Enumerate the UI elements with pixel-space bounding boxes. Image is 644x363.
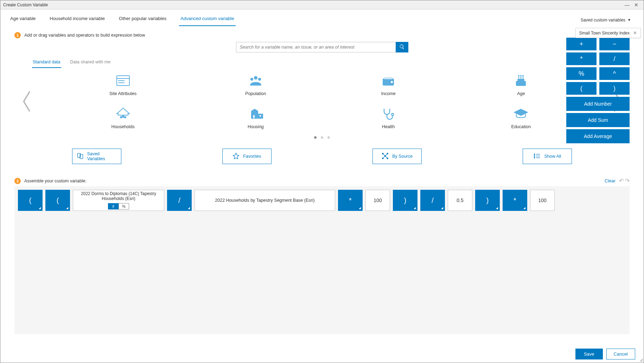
health-icon (380, 107, 397, 121)
svg-point-5 (250, 78, 253, 81)
svg-point-15 (518, 75, 519, 76)
tab-age-variable[interactable]: Age variable (9, 14, 37, 26)
expr-number-token[interactable]: 0.5 (448, 190, 472, 211)
minimize-icon[interactable]: — (623, 2, 632, 8)
svg-rect-22 (253, 115, 255, 118)
op-divide[interactable]: / (599, 52, 630, 65)
tab-row: Age variable Household income variable O… (0, 10, 644, 26)
step-1-text: Add or drag variables and operators to b… (24, 33, 145, 38)
operator-panel: + − * / % ^ ( ) Add Number Add Sum Add A… (566, 38, 630, 143)
step-2-text: Assemble your custom variable. (24, 179, 87, 183)
category-health[interactable]: Health (326, 107, 451, 129)
expr-variable-token[interactable]: 2022 Households by Tapestry Segment Base… (195, 190, 335, 211)
tab-other-popular[interactable]: Other popular variables (117, 14, 168, 26)
add-number-button[interactable]: Add Number (566, 97, 630, 111)
tab-advanced-custom[interactable]: Advanced custom variable (179, 14, 235, 26)
saved-variable-chip-label: Small Town Sincerity Index (579, 31, 630, 36)
category-education[interactable]: Education (458, 107, 584, 129)
expr-operator-token[interactable]: / (420, 190, 445, 211)
expr-variable-token[interactable]: 2022 Dorms to Diplomas (14C) Tapestry Ho… (73, 190, 164, 211)
op-rparen[interactable]: ) (599, 82, 630, 95)
expr-operator-token[interactable]: * (338, 190, 363, 211)
resize-grip[interactable] (639, 358, 643, 362)
svg-point-4 (254, 76, 257, 80)
op-multiply[interactable]: * (566, 52, 597, 65)
svg-point-6 (258, 78, 261, 81)
op-plus[interactable]: + (566, 38, 597, 50)
by-source-button[interactable]: By Source (372, 149, 422, 164)
search-icon (399, 44, 405, 51)
footer: Save Cancel (0, 345, 644, 363)
site-attributes-icon (115, 74, 132, 88)
population-icon (247, 74, 264, 88)
age-icon (512, 74, 529, 88)
households-icon (115, 107, 132, 121)
expr-operator-token[interactable]: * (503, 190, 527, 211)
svg-point-16 (520, 75, 522, 76)
svg-point-17 (522, 75, 524, 76)
add-average-button[interactable]: Add Average (566, 129, 630, 143)
show-all-button[interactable]: Show All (523, 149, 572, 164)
redo-icon[interactable]: ↷ (625, 177, 630, 184)
svg-line-33 (383, 156, 385, 158)
dot-2[interactable] (321, 136, 323, 139)
expr-operator-token[interactable]: ( (45, 190, 70, 211)
dot-1[interactable] (314, 136, 317, 139)
save-button[interactable]: Save (575, 349, 603, 359)
close-icon[interactable]: ✕ (632, 2, 641, 8)
saved-variables-icon (77, 152, 84, 161)
op-percent[interactable]: % (566, 67, 597, 80)
subtab-data-shared[interactable]: Data shared with me (70, 58, 111, 68)
saved-custom-variables-dropdown[interactable]: Saved custom variables ▼ (581, 18, 631, 23)
subtab-standard-data[interactable]: Standard data (32, 58, 61, 68)
expr-operator-token[interactable]: ) (393, 190, 417, 211)
housing-icon (247, 107, 264, 121)
expr-number-token[interactable]: 100 (365, 190, 390, 211)
cancel-button[interactable]: Cancel (606, 349, 635, 359)
title-bar: Create Custom Variable — ✕ (0, 0, 644, 10)
star-icon (232, 152, 240, 161)
category-income[interactable]: Income (326, 74, 451, 96)
income-icon (380, 74, 397, 88)
svg-line-31 (383, 154, 385, 156)
category-households[interactable]: Households (60, 107, 186, 129)
svg-point-9 (391, 81, 393, 83)
hash-toggle[interactable]: # (108, 203, 119, 209)
expression-canvas[interactable]: ((2022 Dorms to Diplomas (14C) Tapestry … (14, 186, 630, 334)
op-minus[interactable]: − (599, 38, 630, 50)
add-sum-button[interactable]: Add Sum (566, 113, 630, 127)
saved-variables-button[interactable]: Saved Variables (72, 149, 121, 164)
svg-rect-21 (260, 115, 261, 117)
tab-household-income[interactable]: Household income variable (48, 14, 106, 26)
category-population[interactable]: Population (193, 74, 318, 96)
dot-3[interactable] (327, 136, 330, 139)
prev-arrow[interactable] (14, 89, 39, 114)
percent-toggle[interactable]: % (119, 203, 129, 209)
favorites-button[interactable]: Favorites (222, 149, 272, 164)
step-1-badge: 1 (14, 32, 21, 38)
clear-button[interactable]: Clear (605, 178, 616, 183)
search-button[interactable] (396, 42, 408, 52)
expr-operator-token[interactable]: ( (18, 190, 43, 211)
page-dots (14, 136, 630, 139)
svg-point-23 (391, 113, 394, 115)
step-2-badge: 2 (14, 178, 21, 184)
undo-icon[interactable]: ↶ (619, 177, 624, 184)
expr-operator-token[interactable]: ) (475, 190, 500, 211)
category-housing[interactable]: Housing (193, 107, 318, 129)
search-input[interactable] (236, 42, 396, 52)
svg-rect-10 (516, 81, 526, 86)
source-icon (382, 152, 389, 161)
category-age[interactable]: Age (458, 74, 584, 96)
op-power[interactable]: ^ (599, 67, 630, 80)
saved-variable-chip[interactable]: Small Town Sincerity Index ✕ (575, 28, 641, 38)
saved-dd-label: Saved custom variables (581, 18, 625, 23)
chip-close-icon[interactable]: ✕ (633, 30, 637, 36)
op-lparen[interactable]: ( (566, 82, 597, 95)
svg-rect-8 (384, 77, 393, 79)
expr-number-token[interactable]: 100 (530, 190, 555, 211)
expr-operator-token[interactable]: / (167, 190, 192, 211)
category-site-attributes[interactable]: Site Attributes (60, 74, 186, 96)
svg-point-19 (124, 116, 126, 118)
svg-point-20 (122, 115, 124, 118)
